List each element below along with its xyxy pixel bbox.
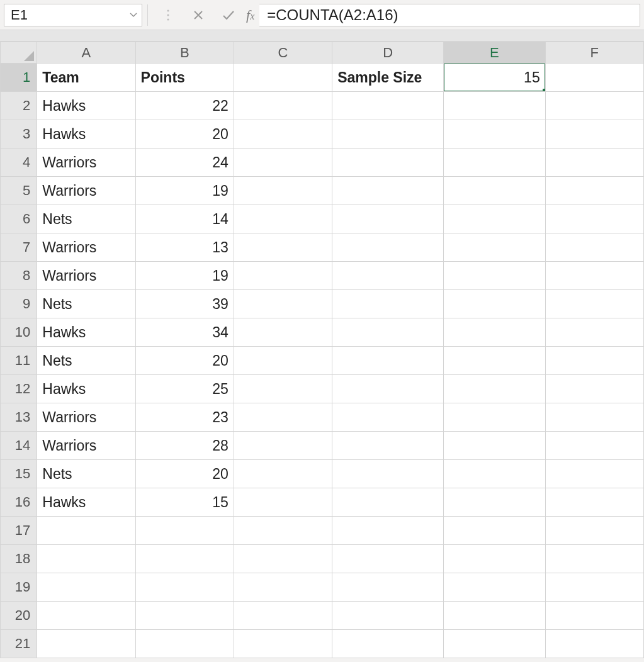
cell-C11[interactable]	[234, 347, 332, 375]
cell-C7[interactable]	[234, 233, 332, 262]
cell-D15[interactable]	[332, 460, 444, 488]
cell-B14[interactable]: 28	[135, 432, 234, 460]
column-header-D[interactable]: D	[332, 42, 444, 64]
spreadsheet-grid[interactable]: ABCDEF 1TeamPointsSample Size152Hawks223…	[0, 42, 644, 658]
row-header-7[interactable]: 7	[1, 233, 37, 262]
cell-A8[interactable]: Warriors	[37, 262, 135, 290]
cell-A2[interactable]: Hawks	[37, 92, 135, 120]
row-header-19[interactable]: 19	[1, 573, 37, 602]
row-header-8[interactable]: 8	[1, 262, 37, 290]
cell-C16[interactable]	[234, 488, 332, 517]
cell-F19[interactable]	[545, 573, 643, 602]
cell-D6[interactable]	[332, 205, 444, 233]
cell-E12[interactable]	[444, 375, 545, 403]
cell-E1[interactable]: 15	[444, 64, 545, 92]
cell-E21[interactable]	[444, 630, 545, 658]
formula-input[interactable]: =COUNTA(A2:A16)	[259, 4, 640, 26]
cell-D1[interactable]: Sample Size	[332, 64, 444, 92]
cell-E10[interactable]	[444, 318, 545, 347]
cell-B7[interactable]: 13	[135, 233, 234, 262]
cell-B12[interactable]: 25	[135, 375, 234, 403]
cell-B2[interactable]: 22	[135, 92, 234, 120]
cell-C21[interactable]	[234, 630, 332, 658]
cell-B5[interactable]: 19	[135, 177, 234, 205]
cell-D20[interactable]	[332, 602, 444, 630]
column-header-F[interactable]: F	[545, 42, 643, 64]
cell-B3[interactable]: 20	[135, 120, 234, 149]
cell-C18[interactable]	[234, 545, 332, 573]
cell-E16[interactable]	[444, 488, 545, 517]
cell-D17[interactable]	[332, 517, 444, 545]
cell-B15[interactable]: 20	[135, 460, 234, 488]
cell-C20[interactable]	[234, 602, 332, 630]
cell-B8[interactable]: 19	[135, 262, 234, 290]
cell-D9[interactable]	[332, 290, 444, 318]
cell-A5[interactable]: Warriors	[37, 177, 135, 205]
row-header-4[interactable]: 4	[1, 149, 37, 177]
row-header-15[interactable]: 15	[1, 460, 37, 488]
cell-C1[interactable]	[234, 64, 332, 92]
cell-C3[interactable]	[234, 120, 332, 149]
cell-E13[interactable]	[444, 403, 545, 432]
fx-label[interactable]: fx	[246, 7, 254, 23]
row-header-21[interactable]: 21	[1, 630, 37, 658]
cell-F1[interactable]	[545, 64, 643, 92]
cell-A18[interactable]	[37, 545, 135, 573]
cell-E7[interactable]	[444, 233, 545, 262]
name-box[interactable]: E1	[4, 4, 142, 26]
cell-D4[interactable]	[332, 149, 444, 177]
row-header-10[interactable]: 10	[1, 318, 37, 347]
cell-B13[interactable]: 23	[135, 403, 234, 432]
cell-B20[interactable]	[135, 602, 234, 630]
cell-F10[interactable]	[545, 318, 643, 347]
cell-D19[interactable]	[332, 573, 444, 602]
cell-D18[interactable]	[332, 545, 444, 573]
cell-C5[interactable]	[234, 177, 332, 205]
cell-B21[interactable]	[135, 630, 234, 658]
cell-F2[interactable]	[545, 92, 643, 120]
cell-E11[interactable]	[444, 347, 545, 375]
cell-E6[interactable]	[444, 205, 545, 233]
name-box-dropdown[interactable]	[124, 4, 142, 26]
cell-E15[interactable]	[444, 460, 545, 488]
cell-B10[interactable]: 34	[135, 318, 234, 347]
cell-F6[interactable]	[545, 205, 643, 233]
cell-C19[interactable]	[234, 573, 332, 602]
cell-B4[interactable]: 24	[135, 149, 234, 177]
cell-A10[interactable]: Hawks	[37, 318, 135, 347]
row-header-12[interactable]: 12	[1, 375, 37, 403]
cell-E20[interactable]	[444, 602, 545, 630]
column-header-B[interactable]: B	[135, 42, 234, 64]
cell-B6[interactable]: 14	[135, 205, 234, 233]
cell-A9[interactable]: Nets	[37, 290, 135, 318]
cell-E3[interactable]	[444, 120, 545, 149]
cell-F15[interactable]	[545, 460, 643, 488]
cell-D21[interactable]	[332, 630, 444, 658]
more-options-button[interactable]	[157, 4, 179, 26]
cell-F17[interactable]	[545, 517, 643, 545]
cell-C15[interactable]	[234, 460, 332, 488]
enter-button[interactable]	[217, 4, 240, 26]
cell-C17[interactable]	[234, 517, 332, 545]
cell-B1[interactable]: Points	[135, 64, 234, 92]
row-header-17[interactable]: 17	[1, 517, 37, 545]
cell-F13[interactable]	[545, 403, 643, 432]
cell-B16[interactable]: 15	[135, 488, 234, 517]
cell-C8[interactable]	[234, 262, 332, 290]
cell-E18[interactable]	[444, 545, 545, 573]
cell-C12[interactable]	[234, 375, 332, 403]
cell-B11[interactable]: 20	[135, 347, 234, 375]
row-header-20[interactable]: 20	[1, 602, 37, 630]
cell-C6[interactable]	[234, 205, 332, 233]
cell-F21[interactable]	[545, 630, 643, 658]
cell-A11[interactable]: Nets	[37, 347, 135, 375]
cell-B17[interactable]	[135, 517, 234, 545]
cell-A16[interactable]: Hawks	[37, 488, 135, 517]
cell-D14[interactable]	[332, 432, 444, 460]
cell-D11[interactable]	[332, 347, 444, 375]
cell-D16[interactable]	[332, 488, 444, 517]
cell-D12[interactable]	[332, 375, 444, 403]
cell-E19[interactable]	[444, 573, 545, 602]
row-header-6[interactable]: 6	[1, 205, 37, 233]
cell-A1[interactable]: Team	[37, 64, 135, 92]
